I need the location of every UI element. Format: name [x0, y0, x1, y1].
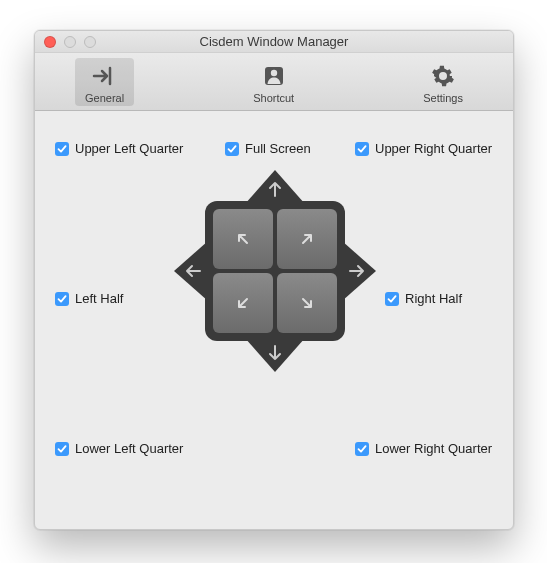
- option-label: Lower Left Quarter: [75, 441, 183, 456]
- window-layout-diagram: [175, 171, 375, 371]
- checkbox-icon: [225, 142, 239, 156]
- option-right-half[interactable]: Right Half: [385, 291, 462, 306]
- tab-settings-label: Settings: [423, 92, 463, 104]
- arrow-down-right-icon: [297, 293, 317, 313]
- svg-point-3: [441, 73, 446, 78]
- tab-shortcut[interactable]: Shortcut: [243, 58, 304, 106]
- traffic-lights: [35, 36, 96, 48]
- option-label: Upper Right Quarter: [375, 141, 492, 156]
- checkbox-icon: [385, 292, 399, 306]
- tab-settings[interactable]: Settings: [413, 58, 473, 106]
- arrow-down-icon: [267, 343, 283, 363]
- option-label: Left Half: [75, 291, 123, 306]
- option-label: Lower Right Quarter: [375, 441, 492, 456]
- diagram-quadrant-upper-right[interactable]: [277, 209, 337, 269]
- checkbox-icon: [355, 442, 369, 456]
- gear-icon: [429, 62, 457, 90]
- option-label: Right Half: [405, 291, 462, 306]
- checkbox-icon: [355, 142, 369, 156]
- tab-general[interactable]: General: [75, 58, 134, 106]
- toolbar: General Shortcut Settings: [35, 53, 513, 111]
- close-button[interactable]: [44, 36, 56, 48]
- preferences-window: Cisdem Window Manager General Shortcut: [34, 30, 514, 530]
- option-label: Upper Left Quarter: [75, 141, 183, 156]
- checkbox-icon: [55, 292, 69, 306]
- minimize-button: [64, 36, 76, 48]
- tab-shortcut-label: Shortcut: [253, 92, 294, 104]
- arrow-left-icon: [183, 263, 203, 279]
- arrow-right-icon: [347, 263, 367, 279]
- arrow-up-right-icon: [297, 229, 317, 249]
- diagram-quadrant-lower-right[interactable]: [277, 273, 337, 333]
- window-title: Cisdem Window Manager: [35, 34, 513, 49]
- general-icon: [91, 62, 119, 90]
- titlebar: Cisdem Window Manager: [35, 31, 513, 53]
- checkbox-icon: [55, 142, 69, 156]
- option-left-half[interactable]: Left Half: [55, 291, 123, 306]
- arrow-down-left-icon: [233, 293, 253, 313]
- svg-point-2: [270, 69, 276, 75]
- zoom-button: [84, 36, 96, 48]
- checkbox-icon: [55, 442, 69, 456]
- option-lower-left-quarter[interactable]: Lower Left Quarter: [55, 441, 183, 456]
- arrow-up-left-icon: [233, 229, 253, 249]
- tab-general-label: General: [85, 92, 124, 104]
- arrow-up-icon: [267, 179, 283, 199]
- option-upper-right-quarter[interactable]: Upper Right Quarter: [355, 141, 492, 156]
- diagram-quadrant-upper-left[interactable]: [213, 209, 273, 269]
- option-lower-right-quarter[interactable]: Lower Right Quarter: [355, 441, 492, 456]
- option-full-screen[interactable]: Full Screen: [225, 141, 311, 156]
- option-upper-left-quarter[interactable]: Upper Left Quarter: [55, 141, 183, 156]
- content-pane: Upper Left Quarter Full Screen Upper Rig…: [35, 111, 513, 529]
- option-label: Full Screen: [245, 141, 311, 156]
- shortcut-icon: [260, 62, 288, 90]
- diagram-quadrant-lower-left[interactable]: [213, 273, 273, 333]
